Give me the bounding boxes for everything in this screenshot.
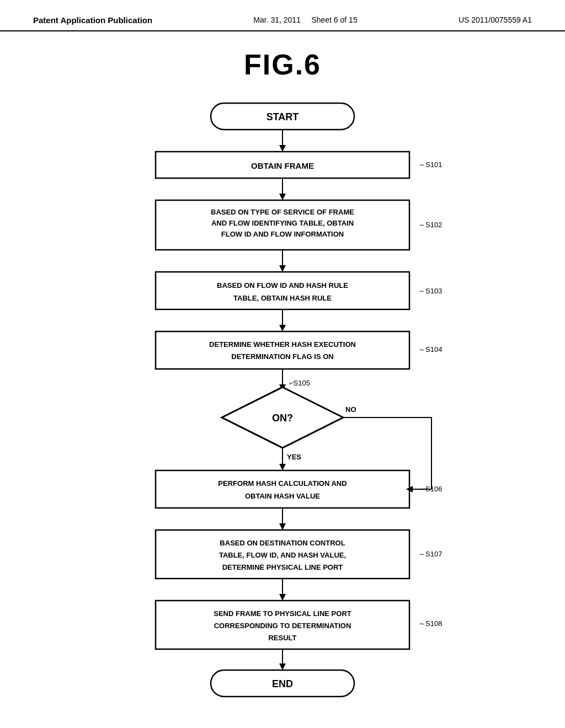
header-left: Patent Application Publication	[33, 15, 152, 25]
publication-label: Patent Application Publication	[33, 15, 152, 25]
header-patent-number: US 2011/0075559 A1	[459, 15, 532, 24]
svg-marker-5	[279, 194, 286, 200]
svg-text:TABLE, FLOW ID, AND HASH VALUE: TABLE, FLOW ID, AND HASH VALUE,	[219, 551, 346, 559]
svg-text:TABLE, OBTAIN HASH RULE: TABLE, OBTAIN HASH RULE	[233, 294, 332, 302]
svg-rect-12	[156, 272, 409, 309]
s105-label: ⌐S105	[289, 379, 310, 387]
svg-rect-17	[156, 331, 409, 369]
svg-text:BASED ON FLOW ID AND HASH RULE: BASED ON FLOW ID AND HASH RULE	[217, 281, 348, 290]
end-label: END	[272, 678, 293, 689]
svg-text:FLOW ID AND FLOW INFORMATION: FLOW ID AND FLOW INFORMATION	[221, 230, 344, 238]
svg-text:AND FLOW IDENTIFYING TABLE, OB: AND FLOW IDENTIFYING TABLE, OBTAIN	[211, 219, 354, 227]
patent-number-text: US 2011/0075559 A1	[459, 15, 532, 24]
svg-marker-24	[279, 464, 286, 470]
svg-text:DETERMINATION FLAG IS ON: DETERMINATION FLAG IS ON	[231, 352, 333, 361]
svg-text:CORRESPONDING TO DETERMINATION: CORRESPONDING TO DETERMINATION	[214, 622, 351, 630]
svg-text:BASED ON TYPE OF SERVICE OF FR: BASED ON TYPE OF SERVICE OF FRAME	[211, 208, 354, 216]
s104-label: ～S104	[418, 345, 442, 354]
s103-label: ～S103	[418, 287, 442, 295]
svg-marker-16	[279, 325, 286, 331]
s101-label: ～S101	[418, 160, 442, 169]
svg-text:PERFORM HASH CALCULATION AND: PERFORM HASH CALCULATION AND	[218, 479, 347, 488]
svg-text:SEND FRAME TO PHYSICAL LINE PO: SEND FRAME TO PHYSICAL LINE PORT	[214, 609, 351, 618]
svg-text:OBTAIN HASH VALUE: OBTAIN HASH VALUE	[245, 492, 320, 500]
svg-rect-25	[156, 470, 409, 508]
page-header: Patent Application Publication Mar. 31, …	[0, 0, 565, 31]
svg-marker-39	[279, 594, 286, 601]
svg-text:BASED ON DESTINATION CONTROL: BASED ON DESTINATION CONTROL	[220, 539, 345, 547]
svg-marker-45	[279, 663, 286, 670]
svg-marker-2	[279, 145, 286, 152]
header-date: Mar. 31, 2011 Sheet 6 of 15	[253, 15, 357, 24]
svg-marker-11	[279, 265, 286, 272]
yes-label: YES	[287, 453, 301, 461]
no-label: NO	[345, 405, 356, 414]
sheet-text: Sheet 6 of 15	[311, 15, 357, 24]
svg-text:DETERMINE WHETHER HASH EXECUTI: DETERMINE WHETHER HASH EXECUTION	[209, 340, 356, 349]
s107-label: ～S107	[418, 550, 442, 558]
figure-title: FIG.6	[244, 48, 321, 81]
s108-label: ～S108	[418, 619, 442, 628]
flowchart-svg: START OBTAIN FRAME ～S101 BASED ON TYPE O…	[89, 98, 476, 682]
start-label: START	[266, 111, 299, 122]
svg-text:RESULT: RESULT	[268, 634, 296, 642]
main-content: FIG.6 START OBTAIN FRAME ～S101 BASED ON …	[0, 31, 565, 699]
svg-text:DETERMINE PHYSICAL LINE PORT: DETERMINE PHYSICAL LINE PORT	[222, 563, 343, 571]
svg-marker-33	[279, 523, 286, 530]
decision-text: ON?	[272, 413, 293, 424]
s102-label: ～S102	[418, 221, 442, 229]
s101-text: OBTAIN FRAME	[251, 161, 314, 170]
date-text: Mar. 31, 2011	[253, 15, 301, 24]
